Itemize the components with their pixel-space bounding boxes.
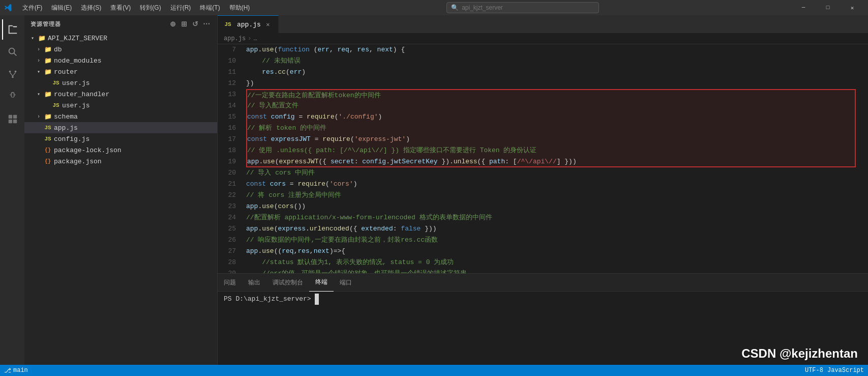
- code-line-25: app.use(express.urlencoded({ extended: f…: [246, 223, 856, 235]
- line-number: 28: [218, 257, 236, 268]
- line-numbers: 7101112131415161718192021222324252627282…: [218, 44, 242, 273]
- menu-select[interactable]: 选择(S): [77, 3, 105, 13]
- code-lines: app.use(function (err, req, res, next) {…: [242, 44, 856, 273]
- editor-scroll-area: 7101112131415161718192021222324252627282…: [218, 44, 868, 273]
- packagejson-arrow: [35, 157, 43, 165]
- collapse-icon[interactable]: ⋯: [202, 19, 211, 28]
- csdn-watermark: CSDN @kejizhentan: [741, 346, 858, 361]
- maximize-button[interactable]: □: [816, 0, 840, 15]
- line-number: 10: [218, 55, 236, 67]
- explorer-icon[interactable]: [2, 19, 22, 40]
- appjs-arrow: [35, 124, 43, 132]
- sidebar-header: 资源管理器 ⊕ ⊞ ↺ ⋯: [24, 15, 217, 33]
- sidebar-item-configjs[interactable]: JS config.js: [24, 133, 217, 144]
- tree-root-folder[interactable]: ▾ 📁 API_KJZT_SERVER: [24, 33, 217, 44]
- extensions-icon[interactable]: [2, 109, 22, 129]
- line-number: 21: [218, 179, 236, 190]
- sidebar-item-appjs[interactable]: JS app.js: [24, 122, 217, 133]
- sidebar-item-router-userjs[interactable]: JS user.js: [24, 77, 217, 89]
- packagelock-arrow: [35, 146, 43, 154]
- menu-file[interactable]: 文件(F): [18, 3, 46, 13]
- menu-help[interactable]: 帮助(H): [225, 3, 254, 13]
- code-line-20: // 导入 cors 中间件: [246, 167, 856, 179]
- panel-tab-problems[interactable]: 问题: [218, 274, 242, 292]
- close-button[interactable]: ✕: [841, 0, 864, 15]
- tab-appjs-icon: JS: [224, 20, 232, 28]
- sidebar: 资源管理器 ⊕ ⊞ ↺ ⋯ ▾ 📁 API_KJZT_SERVER › 📁 db: [24, 15, 218, 365]
- sidebar-item-router-handler[interactable]: ▾ 📁 router_handler: [24, 89, 217, 100]
- status-bar: ⎇ main UTF-8 JavaScript: [0, 365, 868, 376]
- status-encoding: UTF-8: [805, 367, 823, 374]
- code-line-22: // 将 cors 注册为全局中间件: [246, 190, 856, 201]
- tab-appjs[interactable]: JS app.js ✕: [218, 15, 279, 33]
- panel-tab-debug[interactable]: 调试控制台: [266, 274, 309, 292]
- new-folder-icon[interactable]: ⊞: [179, 19, 189, 28]
- status-left: ⎇ main: [4, 367, 28, 374]
- sidebar-item-packagelockjson[interactable]: {} package-lock.json: [24, 144, 217, 156]
- new-file-icon[interactable]: ⊕: [168, 19, 177, 28]
- svg-line-5: [10, 72, 13, 76]
- router-handler-icon: 📁: [44, 90, 52, 98]
- root-arrow: ▾: [28, 34, 37, 42]
- status-branch[interactable]: ⎇ main: [4, 367, 28, 374]
- db-arrow: ›: [35, 45, 43, 53]
- code-line-11: res.cc(err): [246, 67, 856, 78]
- sidebar-item-router[interactable]: ▾ 📁 router: [24, 66, 217, 77]
- breadcrumb-file: app.js: [224, 35, 246, 42]
- svg-rect-8: [13, 115, 17, 119]
- code-line-26: // 响应数据的中间件,一定要在路由封装之前，封装res.cc函数: [246, 235, 856, 246]
- refresh-icon[interactable]: ↺: [191, 19, 200, 28]
- packagelock-icon: {}: [44, 146, 52, 154]
- tab-close-button[interactable]: ✕: [264, 20, 272, 28]
- router-handler-label: router_handler: [54, 91, 109, 98]
- search-box[interactable]: 🔍: [446, 2, 599, 13]
- panel-tab-ports[interactable]: 端口: [334, 274, 358, 292]
- source-control-icon[interactable]: [2, 64, 22, 84]
- menu-run[interactable]: 运行(R): [166, 3, 195, 13]
- code-editor[interactable]: 7101112131415161718192021222324252627282…: [218, 44, 856, 273]
- router-folder-icon: 📁: [44, 68, 52, 76]
- db-label: db: [54, 46, 62, 53]
- svg-line-1: [14, 53, 16, 55]
- search-activity-icon[interactable]: [2, 42, 22, 62]
- code-line-17: const expressJWT = require('express-jwt'…: [246, 134, 856, 145]
- node-modules-label: node_modules: [54, 57, 102, 65]
- line-number: 13: [218, 89, 236, 100]
- debug-icon[interactable]: [2, 86, 22, 107]
- code-line-29: //err的值，可能是一个错误的对象，也可能是一个错误的描述字符串: [246, 268, 856, 273]
- menu-goto[interactable]: 转到(G): [136, 3, 165, 13]
- sidebar-item-handler-userjs[interactable]: JS user.js: [24, 100, 217, 111]
- handler-userjs-arrow: [43, 101, 51, 109]
- handler-userjs-label: user.js: [62, 102, 90, 109]
- line-number: 24: [218, 212, 236, 223]
- router-userjs-icon: JS: [52, 79, 60, 87]
- panel-tab-terminal[interactable]: 终端: [309, 274, 334, 292]
- sidebar-title: 资源管理器: [31, 20, 61, 28]
- configjs-arrow: [35, 135, 43, 143]
- code-line-21: const cors = require('cors'): [246, 179, 856, 190]
- search-input[interactable]: [462, 4, 594, 11]
- sidebar-item-node-modules[interactable]: › 📁 node_modules: [24, 55, 217, 66]
- sidebar-item-schema[interactable]: › 📁 schema: [24, 111, 217, 122]
- menu-view[interactable]: 查看(V): [106, 3, 135, 13]
- sidebar-item-db[interactable]: › 📁 db: [24, 44, 217, 55]
- terminal-line: PS D:\api_kjzt_server>: [224, 294, 862, 305]
- svg-rect-9: [9, 120, 12, 123]
- line-number: 15: [218, 111, 236, 123]
- minimize-button[interactable]: ─: [792, 0, 815, 15]
- code-line-28: //status 默认值为1, 表示失败的情况, status = 0 为成功: [246, 257, 856, 268]
- panel-tab-output[interactable]: 输出: [242, 274, 266, 292]
- router-label: router: [54, 68, 78, 76]
- router-userjs-arrow: [43, 79, 51, 87]
- tab-appjs-label: app.js: [237, 21, 261, 28]
- sidebar-item-packagejson[interactable]: {} package.json: [24, 156, 217, 167]
- line-number: 19: [218, 156, 236, 167]
- line-number: 18: [218, 145, 236, 156]
- menu-terminal[interactable]: 终端(T): [196, 3, 224, 13]
- menu-edit[interactable]: 编辑(E): [47, 3, 76, 13]
- line-number: 20: [218, 167, 236, 179]
- packagelock-label: package-lock.json: [54, 147, 122, 154]
- svg-line-6: [13, 72, 16, 76]
- vscode-icon: [4, 4, 12, 12]
- title-search-area: 🔍: [258, 2, 788, 13]
